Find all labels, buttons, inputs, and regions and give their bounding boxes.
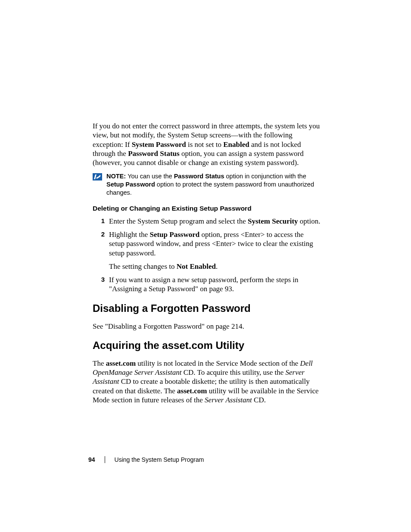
text: option.: [298, 217, 321, 225]
step-number: 3: [93, 276, 109, 283]
step-sub: The setting changes to Not Enabled.: [109, 262, 321, 271]
note-block: NOTE: You can use the Password Status op…: [93, 172, 321, 197]
text: CD.: [252, 396, 266, 404]
text-bold: Not Enabled: [177, 262, 216, 271]
note-text: NOTE: You can use the Password Status op…: [106, 172, 321, 197]
text: Enter the System Setup program and selec…: [109, 217, 248, 225]
footer-separator: [105, 456, 105, 463]
heading-2: Disabling a Forgotten Password: [93, 302, 321, 314]
text-bold: Setup Password: [149, 230, 199, 239]
step-number: 1: [93, 217, 109, 224]
text: The: [93, 359, 106, 367]
step-body: Enter the System Setup program and selec…: [109, 217, 321, 226]
paragraph: The asset.com utility is not located in …: [93, 359, 321, 404]
step-body: Highlight the Setup Password option, pre…: [109, 230, 321, 271]
page-footer: 94 Using the System Setup Program: [88, 456, 204, 463]
text: If you want to assign a new setup passwo…: [109, 276, 299, 293]
list-item: 1 Enter the System Setup program and sel…: [93, 217, 321, 226]
heading-2: Acquiring the asset.com Utility: [93, 339, 321, 352]
list-item: 2 Highlight the Setup Password option, p…: [93, 230, 321, 271]
text: utility is not located in the Service Mo…: [136, 359, 300, 367]
step-body: If you want to assign a new setup passwo…: [109, 275, 321, 294]
paragraph: See "Disabling a Forgotten Password" on …: [93, 322, 321, 331]
text-bold: System Password: [132, 140, 186, 149]
text-bold: asset.com: [106, 359, 136, 367]
text-bold: Password Status: [128, 149, 180, 158]
text: You can use the: [128, 173, 174, 180]
text-bold: Setup Password: [106, 181, 155, 188]
text: The setting changes to: [109, 262, 177, 271]
svg-point-1: [100, 175, 101, 177]
step-number: 2: [93, 230, 109, 238]
svg-rect-0: [93, 173, 102, 180]
text: is not set to: [186, 140, 223, 149]
heading-3: Deleting or Changing an Existing Setup P…: [93, 205, 321, 212]
text-bold: Password Status: [174, 173, 224, 180]
list-item: 3 If you want to assign a new setup pass…: [93, 275, 321, 294]
text-bold: asset.com: [177, 387, 207, 395]
text-bold: Enabled: [223, 140, 249, 149]
text-italic: Server Assistant: [205, 396, 252, 404]
text: option in conjunction with the: [224, 173, 306, 180]
text: .: [216, 262, 218, 271]
ordered-list: 1 Enter the System Setup program and sel…: [93, 217, 321, 294]
note-label: NOTE:: [106, 173, 128, 180]
text: Highlight the: [109, 230, 149, 239]
footer-title: Using the System Setup Program: [115, 456, 204, 463]
text: CD. To acquire this utility, use the: [182, 368, 286, 376]
text-bold: System Security: [248, 217, 298, 225]
page-number: 94: [88, 456, 95, 463]
intro-paragraph: If you do not enter the correct password…: [93, 121, 321, 167]
note-icon: [93, 173, 102, 180]
document-page: If you do not enter the correct password…: [0, 0, 411, 532]
